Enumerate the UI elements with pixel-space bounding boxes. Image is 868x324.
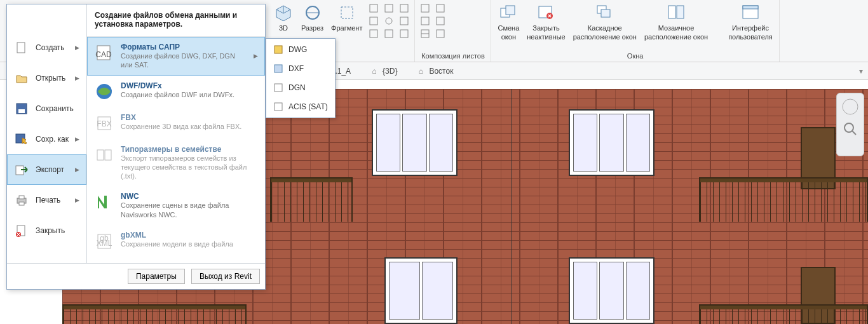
file-menu-heading: Создание файлов обмена данными и установ… [87, 4, 265, 37]
sat-icon [273, 102, 283, 112]
entry-title: gbXML [121, 231, 233, 240]
chevron-right-icon: ▶ [75, 44, 79, 51]
tile-icon [666, 3, 686, 23]
cad-label: DXF [288, 64, 304, 73]
small-icon[interactable] [419, 28, 431, 39]
nav-cube-icon [841, 97, 860, 116]
close-icon [14, 224, 29, 238]
svg-rect-23 [506, 6, 515, 15]
svg-line-34 [852, 131, 856, 135]
ribbon-group-comp: Композиция листов [415, 0, 491, 62]
comp-icons2 [433, 1, 448, 51]
window [384, 257, 458, 324]
gbxml-icon: gbXML [94, 231, 114, 251]
nwc-icon [94, 192, 114, 212]
entry-desc: Создание файлов DWF или DWFx. [121, 90, 234, 99]
chevron-right-icon: ▶ [75, 197, 79, 203]
menu-print[interactable]: Печать▶ [7, 185, 86, 215]
svg-rect-14 [400, 30, 408, 37]
small-icon[interactable] [367, 28, 380, 39]
export-fbx[interactable]: FBX FBXСохранение 3D вида как файла FBX. [87, 107, 265, 139]
export-family[interactable]: Типоразмеры в семействеЭкспорт типоразме… [87, 139, 265, 187]
small-icon[interactable] [383, 15, 395, 27]
entry-desc: Создание файлов DWG, DXF, DGN или SAT. [121, 51, 247, 70]
export-cad[interactable]: CAD Форматы САПРСоздание файлов DWG, DXF… [87, 37, 265, 76]
small-icon[interactable] [434, 3, 447, 14]
entry-title: FBX [121, 113, 241, 122]
nav-cube[interactable] [836, 93, 864, 156]
exit-button[interactable]: Выход из Revit [191, 269, 260, 284]
svg-rect-27 [601, 10, 610, 17]
entry-title: Форматы САПР [121, 43, 247, 51]
small-icon[interactable] [383, 3, 395, 14]
cad-label: DGN [288, 83, 306, 92]
cad-submenu: DWG DXF DGN ACIS (SAT) [266, 38, 336, 118]
file-menu-right: Создание файлов обмена данными и установ… [87, 4, 265, 263]
svg-rect-31 [743, 6, 758, 9]
close-inactive-button[interactable]: Закрыть неактивные [523, 1, 569, 51]
comp-icons [417, 1, 433, 51]
small-icons-col3 [397, 1, 412, 62]
menu-open[interactable]: Открыть▶ [7, 63, 86, 93]
small-icon[interactable] [434, 28, 447, 39]
ui-label: Интерфейс пользователя [728, 24, 773, 42]
saveas-icon [14, 132, 29, 146]
params-button[interactable]: Параметры [128, 269, 185, 284]
svg-rect-5 [341, 7, 353, 18]
small-icon[interactable] [383, 28, 395, 39]
small-icon[interactable] [367, 15, 380, 27]
small-icon[interactable] [367, 3, 380, 14]
tab-overflow-icon[interactable]: ▾ [859, 67, 863, 76]
axis-line [512, 89, 512, 324]
svg-rect-13 [400, 17, 408, 25]
small-icon[interactable] [398, 15, 410, 27]
svg-rect-44 [19, 196, 24, 199]
cube-icon [273, 3, 294, 23]
menu-save[interactable]: Сохранить [7, 93, 86, 124]
small-icon[interactable] [419, 15, 431, 27]
file-menu: Создать▶ Открыть▶ Сохранить Сохр. как▶ Э… [6, 4, 266, 290]
small-icon[interactable] [434, 15, 447, 27]
menu-label: Печать [36, 196, 60, 205]
menu-create[interactable]: Создать▶ [7, 32, 86, 63]
tile-button[interactable]: Мозаичное расположение окон [641, 1, 712, 51]
home-icon: ⌂ [370, 67, 379, 76]
menu-label: Сохранить [36, 104, 74, 113]
3d-label: 3D [279, 24, 288, 33]
save-icon [14, 102, 29, 116]
menu-saveas[interactable]: Сохр. как▶ [7, 124, 86, 154]
svg-rect-28 [668, 6, 675, 18]
export-nwc[interactable]: NWCСохранение сцены в виде файла Naviswo… [87, 186, 265, 225]
small-icon[interactable] [398, 3, 410, 14]
chevron-right-icon: ▶ [254, 53, 258, 59]
close-inactive-label: Закрыть неактивные [527, 24, 565, 42]
view-tab[interactable]: ⌂{3D} [370, 67, 397, 76]
cad-dgn[interactable]: DGN [268, 78, 334, 97]
switch-windows-button[interactable]: Смена окон [494, 1, 523, 51]
export-dwf[interactable]: DWF/DWFxСоздание файлов DWF или DWFx. [87, 76, 265, 107]
cad-dxf[interactable]: DXF [268, 59, 334, 78]
svg-rect-59 [275, 65, 282, 72]
svg-rect-20 [437, 17, 444, 25]
cad-sat[interactable]: ACIS (SAT) [268, 97, 334, 116]
entry-desc: Сохранение модели в виде файла [121, 240, 233, 248]
dwf-icon [94, 81, 114, 102]
svg-rect-12 [400, 4, 408, 12]
svg-rect-6 [370, 4, 377, 12]
cad-dwg[interactable]: DWG [268, 40, 334, 59]
window [569, 257, 654, 324]
cad-icon: CAD [94, 43, 114, 63]
menu-close[interactable]: Закрыть [7, 215, 86, 246]
view-tab[interactable]: ⌂Восток [416, 67, 453, 76]
ui-button[interactable]: Интерфейс пользователя [724, 1, 776, 51]
file-menu-left: Создать▶ Открыть▶ Сохранить Сохр. как▶ Э… [7, 4, 87, 263]
small-icon[interactable] [398, 28, 410, 39]
export-gbxml[interactable]: gbXML gbXMLСохранение модели в виде файл… [87, 225, 265, 257]
svg-rect-58 [275, 46, 282, 53]
svg-rect-53 [97, 150, 104, 160]
cascade-button[interactable]: Каскадное расположение окон [569, 1, 641, 51]
fragment-icon [337, 3, 357, 23]
menu-export[interactable]: Экспорт▶ [7, 154, 86, 185]
small-icon[interactable] [419, 3, 431, 14]
ribbon-group-windows: Смена окон Закрыть неактивные Каскадное … [491, 0, 779, 62]
